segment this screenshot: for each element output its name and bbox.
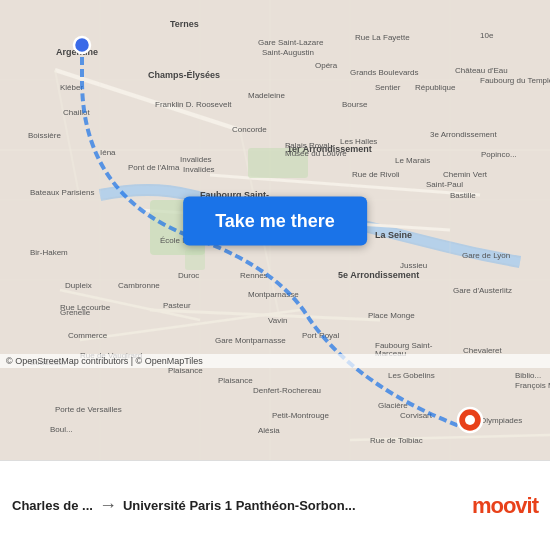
svg-text:Bateaux Parisiens: Bateaux Parisiens <box>30 188 94 197</box>
svg-text:Rennes: Rennes <box>240 271 268 280</box>
svg-text:Plaisance: Plaisance <box>218 376 253 385</box>
route-info: Charles de ... → Université Paris 1 Pant… <box>12 493 538 519</box>
svg-text:Musée du Louvre: Musée du Louvre <box>285 149 347 158</box>
svg-text:Alésia: Alésia <box>258 426 280 435</box>
svg-text:François M...: François M... <box>515 381 550 390</box>
svg-text:Rue de Tolbiac: Rue de Tolbiac <box>370 436 423 445</box>
svg-text:Rue La Fayette: Rue La Fayette <box>355 33 410 42</box>
svg-text:Pasteur: Pasteur <box>163 301 191 310</box>
svg-text:Opéra: Opéra <box>315 61 338 70</box>
svg-text:Champs-Élysées: Champs-Élysées <box>148 70 220 80</box>
svg-text:Franklin D. Roosevelt: Franklin D. Roosevelt <box>155 100 232 109</box>
svg-text:Le Marais: Le Marais <box>395 156 430 165</box>
svg-text:Invalides: Invalides <box>180 155 212 164</box>
svg-text:Petit-Montrouge: Petit-Montrouge <box>272 411 329 420</box>
svg-text:Boul...: Boul... <box>50 425 73 434</box>
svg-text:Bastille: Bastille <box>450 191 476 200</box>
svg-text:Faubourg du Temple: Faubourg du Temple <box>480 76 550 85</box>
svg-text:Gare Montparnasse: Gare Montparnasse <box>215 336 286 345</box>
svg-text:Vavin: Vavin <box>268 316 287 325</box>
moovit-brand: moovit <box>472 493 538 518</box>
svg-text:Kléber: Kléber <box>60 83 83 92</box>
svg-point-102 <box>465 415 475 425</box>
destination-label: Université Paris 1 Panthéon-Sorbon... <box>123 498 356 513</box>
svg-text:Place Monge: Place Monge <box>368 311 415 320</box>
svg-text:Commerce: Commerce <box>68 331 108 340</box>
svg-text:République: République <box>415 83 456 92</box>
arrow-icon: → <box>99 495 117 516</box>
svg-text:Porte de Versailles: Porte de Versailles <box>55 405 122 414</box>
svg-text:5e Arrondissement: 5e Arrondissement <box>338 270 419 280</box>
svg-text:Gare de Lyon: Gare de Lyon <box>462 251 510 260</box>
take-me-there-button[interactable]: Take me there <box>183 196 367 245</box>
svg-point-100 <box>74 37 90 53</box>
svg-text:Madeleine: Madeleine <box>248 91 285 100</box>
svg-text:Gare Saint-Lazare: Gare Saint-Lazare <box>258 38 324 47</box>
svg-text:Duroc: Duroc <box>178 271 199 280</box>
svg-text:Port Royal: Port Royal <box>302 331 340 340</box>
svg-text:Cambronne: Cambronne <box>118 281 160 290</box>
bottom-bar: Charles de ... → Université Paris 1 Pant… <box>0 460 550 550</box>
svg-text:La Seine: La Seine <box>375 230 412 240</box>
svg-text:Corvisart: Corvisart <box>400 411 433 420</box>
svg-text:Popinco...: Popinco... <box>481 150 517 159</box>
svg-text:Olympiades: Olympiades <box>480 416 522 425</box>
svg-text:Dupleix: Dupleix <box>65 281 92 290</box>
svg-text:Rue Lecourbe: Rue Lecourbe <box>60 303 111 312</box>
svg-text:3e Arrondissement: 3e Arrondissement <box>430 130 497 139</box>
svg-text:Iéna: Iéna <box>100 148 116 157</box>
svg-text:Grands Boulevards: Grands Boulevards <box>350 68 418 77</box>
svg-text:Jussieu: Jussieu <box>400 261 427 270</box>
svg-text:Rue de Rivoli: Rue de Rivoli <box>352 170 400 179</box>
svg-text:Glacière: Glacière <box>378 401 408 410</box>
svg-text:Les Gobelins: Les Gobelins <box>388 371 435 380</box>
svg-text:Montparnasse: Montparnasse <box>248 290 299 299</box>
svg-text:Château d'Eau: Château d'Eau <box>455 66 508 75</box>
svg-text:Saint-Paul: Saint-Paul <box>426 180 463 189</box>
svg-text:Boissière: Boissière <box>28 131 61 140</box>
svg-text:Denfert-Rochereau: Denfert-Rochereau <box>253 386 321 395</box>
svg-text:Saint-Augustin: Saint-Augustin <box>262 48 314 57</box>
svg-text:Bir-Hakem: Bir-Hakem <box>30 248 68 257</box>
svg-text:Les Halles: Les Halles <box>340 137 377 146</box>
svg-text:Biblio...: Biblio... <box>515 371 541 380</box>
svg-text:Concorde: Concorde <box>232 125 267 134</box>
svg-text:Chemin Vert: Chemin Vert <box>443 170 488 179</box>
svg-text:Sentier: Sentier <box>375 83 401 92</box>
svg-text:Pont de l'Alma: Pont de l'Alma <box>128 163 180 172</box>
svg-text:Gare d'Austerlitz: Gare d'Austerlitz <box>453 286 512 295</box>
map-container: Argentine Ternes Gare Saint-Lazare Saint… <box>0 0 550 460</box>
origin-label: Charles de ... <box>12 498 93 513</box>
svg-rect-22 <box>185 250 205 270</box>
svg-text:Ternes: Ternes <box>170 19 199 29</box>
map-attribution: © OpenStreetMap contributors | © OpenMap… <box>0 354 550 368</box>
svg-text:Invalides: Invalides <box>183 165 215 174</box>
svg-text:10e: 10e <box>480 31 494 40</box>
svg-text:Bourse: Bourse <box>342 100 368 109</box>
moovit-logo: moovit <box>472 493 538 519</box>
